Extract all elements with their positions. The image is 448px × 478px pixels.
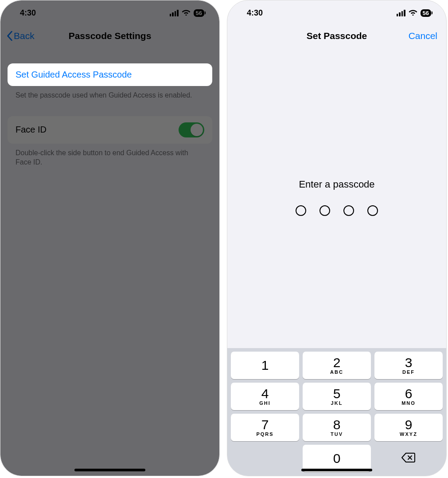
nav-bar: Back Passcode Settings <box>0 25 219 47</box>
prompt-text: Enter a passcode <box>299 179 374 190</box>
status-bar: 4:30 56 <box>227 0 446 25</box>
set-passcode-footer: Set the passcode used when Guided Access… <box>8 86 212 100</box>
key-0[interactable]: 0 <box>303 445 371 472</box>
key-num: 9 <box>405 418 413 431</box>
key-letters: PQRS <box>256 431 273 437</box>
cancel-button[interactable]: Cancel <box>409 31 437 41</box>
cellular-icon <box>397 10 405 16</box>
key-num: 7 <box>261 418 269 431</box>
passcode-dot <box>296 205 306 216</box>
key-blank <box>231 445 299 472</box>
faceid-label: Face ID <box>16 125 47 135</box>
key-8[interactable]: 8 TUV <box>303 414 371 441</box>
nav-bar: Set Passcode Cancel <box>227 25 446 47</box>
battery-icon: 56 <box>421 9 431 17</box>
key-letters: WXYZ <box>400 431 417 437</box>
faceid-row: Face ID <box>8 116 212 144</box>
key-letters: MNO <box>401 400 416 406</box>
passcode-dot <box>319 205 330 216</box>
back-button[interactable]: Back <box>7 31 35 41</box>
set-guided-access-passcode-label-highlight: Set Guided Access Passcode <box>16 70 132 79</box>
status-right: 56 <box>397 8 431 18</box>
key-num: 0 <box>333 452 341 465</box>
key-1[interactable]: 1 <box>231 352 299 379</box>
key-backspace[interactable] <box>374 445 443 472</box>
key-letters: TUV <box>331 431 343 437</box>
phone-passcode-settings: 4:30 56 Back Passcode Settings Set Guide… <box>0 0 220 476</box>
faceid-toggle[interactable] <box>179 122 204 137</box>
prompt-area: Enter a passcode <box>227 47 446 348</box>
passcode-body: Enter a passcode 1 2 ABC 3 <box>227 47 446 476</box>
key-num: 5 <box>333 387 341 400</box>
passcode-dots <box>296 205 378 216</box>
key-letters: JKL <box>331 400 343 406</box>
key-num: 6 <box>405 387 413 400</box>
set-guided-access-passcode-highlight[interactable]: Set Guided Access Passcode <box>8 63 212 86</box>
status-time: 4:30 <box>20 8 36 18</box>
home-indicator[interactable] <box>74 469 145 471</box>
page-title: Passcode Settings <box>69 31 152 41</box>
passcode-dot <box>343 205 354 216</box>
status-time: 4:30 <box>247 8 263 18</box>
key-4[interactable]: 4 GHI <box>231 383 299 410</box>
key-letters: GHI <box>259 400 271 406</box>
key-num: 8 <box>333 418 341 431</box>
key-num: 3 <box>405 356 413 369</box>
key-9[interactable]: 9 WXYZ <box>374 414 443 441</box>
key-num: 4 <box>261 387 269 400</box>
key-letters: ABC <box>330 369 343 375</box>
cellular-icon <box>170 10 179 16</box>
back-label: Back <box>14 31 35 41</box>
chevron-left-icon <box>7 31 13 41</box>
status-right: 56 <box>170 8 204 18</box>
key-2[interactable]: 2 ABC <box>303 352 371 379</box>
home-indicator[interactable] <box>301 469 372 471</box>
battery-icon: 56 <box>194 9 204 17</box>
backspace-icon <box>401 452 416 465</box>
key-num: 1 <box>261 359 269 372</box>
key-3[interactable]: 3 DEF <box>374 352 443 379</box>
key-letters: DEF <box>402 369 415 375</box>
phone-set-passcode: 4:30 56 Set Passcode Cancel Enter a pass… <box>227 0 447 476</box>
key-6[interactable]: 6 MNO <box>374 383 443 410</box>
passcode-dot <box>367 205 378 216</box>
key-5[interactable]: 5 JKL <box>303 383 371 410</box>
faceid-footer: Double-click the side button to end Guid… <box>8 144 212 167</box>
status-bar: 4:30 56 <box>0 0 219 25</box>
key-7[interactable]: 7 PQRS <box>231 414 299 441</box>
keypad: 1 2 ABC 3 DEF 4 GHI 5 JKL <box>227 348 446 476</box>
key-num: 2 <box>333 356 341 369</box>
page-title: Set Passcode <box>307 31 367 41</box>
wifi-icon <box>182 8 191 18</box>
wifi-icon <box>409 8 417 18</box>
